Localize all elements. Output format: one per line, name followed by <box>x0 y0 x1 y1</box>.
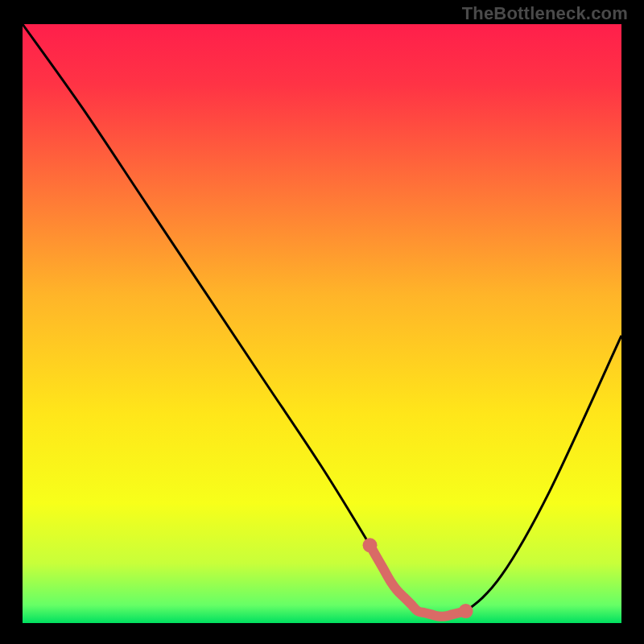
attribution-label: TheBottleneck.com <box>462 3 628 24</box>
bottleneck-chart <box>0 0 644 644</box>
optimal-range-end-dot <box>459 604 473 618</box>
chart-frame: TheBottleneck.com <box>0 0 644 644</box>
optimal-range-start-dot <box>363 538 378 552</box>
plot-background <box>23 24 621 623</box>
